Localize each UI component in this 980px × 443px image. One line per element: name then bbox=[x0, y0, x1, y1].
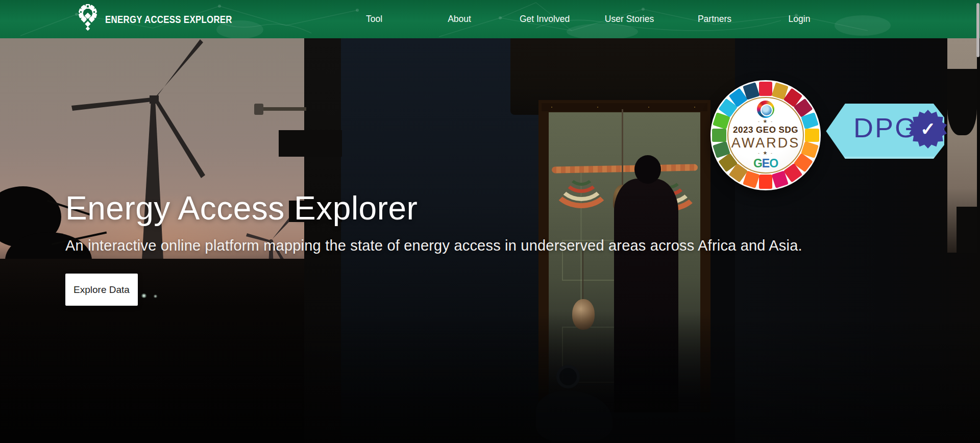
lamp-chain bbox=[582, 251, 583, 300]
sdg-ring-segment bbox=[712, 129, 726, 142]
sdg-ring-segment bbox=[805, 129, 819, 142]
sdg-wheel-icon bbox=[757, 101, 774, 118]
energy-access-explorer-logo-icon bbox=[75, 3, 101, 36]
nav-item-login[interactable]: Login bbox=[789, 0, 811, 38]
hero-section: Energy Access Explorer An interactive on… bbox=[0, 38, 980, 443]
garland-swag-left-green bbox=[568, 163, 595, 186]
landing-page: Energy Access Explorer An interactive on… bbox=[0, 0, 980, 443]
distant-light bbox=[153, 294, 158, 298]
nav-item-about[interactable]: About bbox=[448, 0, 471, 38]
nav-item-partners[interactable]: Partners bbox=[698, 0, 731, 38]
sdg-ring-segment bbox=[759, 175, 772, 189]
star-separator: - ★ - bbox=[758, 151, 773, 156]
distant-light bbox=[141, 293, 147, 298]
sky-right-edge bbox=[947, 38, 977, 253]
brand-name: ENERGY ACCESS EXPLORER bbox=[105, 13, 232, 26]
dpg-label: DPG bbox=[853, 112, 918, 143]
flag-rod bbox=[259, 107, 306, 111]
geo-sdg-award-badge: - ★ - 2023 GEO SDG AWARDS - ★ - GEO bbox=[710, 80, 821, 190]
flag-rod-knob bbox=[254, 104, 263, 115]
check-icon: ✓ bbox=[920, 120, 936, 138]
sdg-ring-segment bbox=[759, 82, 772, 96]
geo-logo: GEO bbox=[753, 157, 778, 170]
sdg-badge-center: - ★ - 2023 GEO SDG AWARDS - ★ - GEO bbox=[727, 97, 804, 174]
dpg-badge: DPG ✓ bbox=[825, 104, 944, 159]
award-title-line1: 2023 GEO SDG bbox=[733, 125, 798, 135]
page-title: Energy Access Explorer bbox=[65, 189, 418, 227]
door-top-frame bbox=[542, 103, 707, 111]
nav-item-tool[interactable]: Tool bbox=[366, 0, 382, 38]
nav-item-get-involved[interactable]: Get Involved bbox=[520, 0, 570, 38]
hero-subtitle: An interactive online platform mapping t… bbox=[65, 237, 802, 254]
award-title-line2: AWARDS bbox=[731, 135, 800, 151]
person-silhouette-head bbox=[634, 155, 661, 184]
bottom-vignette bbox=[0, 314, 980, 443]
explore-data-button[interactable]: Explore Data bbox=[65, 274, 138, 306]
brand[interactable]: ENERGY ACCESS EXPLORER bbox=[75, 3, 264, 36]
star-separator: - ★ - bbox=[758, 119, 773, 124]
scrollbar-thumb[interactable] bbox=[976, 3, 979, 57]
bell-chain bbox=[622, 109, 623, 186]
top-navigation-bar: ENERGY ACCESS EXPLORER Tool About Get In… bbox=[0, 0, 980, 38]
pillar-cornice bbox=[279, 130, 342, 157]
nav-item-user-stories[interactable]: User Stories bbox=[605, 0, 654, 38]
